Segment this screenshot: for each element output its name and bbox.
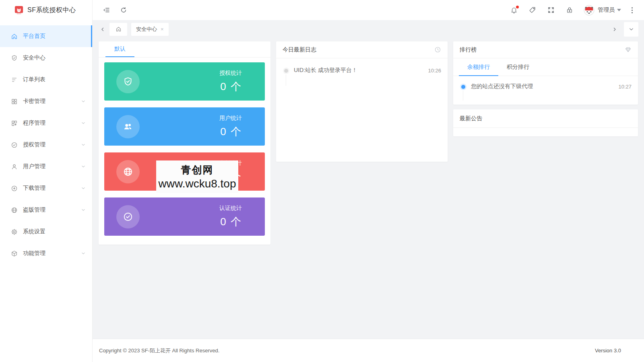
tab-security-center[interactable]: 安全中心 × — [131, 23, 169, 36]
sidebar-item-feature-mgmt[interactable]: 功能管理 — [0, 243, 92, 264]
rank-panel: 排行榜 余额排行 积分排行 您的站点还没有下级代理 10:27 — [453, 41, 638, 105]
more-options-button[interactable] — [629, 5, 635, 16]
sidebar-item-program-mgmt[interactable]: 程序管理 — [0, 112, 92, 134]
gear-icon — [11, 228, 18, 235]
globe-icon — [123, 167, 133, 177]
rank-entry-time: 10:27 — [614, 84, 632, 90]
stat-cards: 授权统计 0 个 用户统计 0 个 盗版统计 0 个 — [99, 58, 270, 236]
cube-icon — [11, 250, 18, 257]
diamond-icon — [625, 46, 632, 53]
sidebar-item-download-mgmt[interactable]: 下载管理 — [0, 177, 92, 199]
stats-tabs: 默认 — [99, 41, 270, 58]
tag-icon — [529, 6, 536, 14]
notifications-button[interactable] — [507, 3, 521, 17]
notice-panel: 最新公告 — [453, 109, 638, 136]
sidebar-item-user-mgmt[interactable]: 用户管理 — [0, 156, 92, 177]
check-circle-icon — [123, 212, 133, 222]
timeline-dot-icon — [461, 85, 465, 89]
top-header: 管理员 — [93, 0, 644, 20]
stat-card-certification[interactable]: 认证统计 0 个 — [104, 197, 265, 236]
sidebar-item-order-list[interactable]: 订单列表 — [0, 69, 92, 90]
sidebar-item-label: 订单列表 — [23, 76, 86, 83]
stat-label: 认证统计 — [219, 205, 242, 212]
sidebar-collapse-button[interactable] — [100, 3, 114, 17]
sidebar-item-label: 卡密管理 — [23, 98, 81, 105]
fullscreen-button[interactable] — [544, 3, 558, 17]
tab-label: 安全中心 — [136, 26, 157, 33]
components-icon — [11, 120, 18, 127]
users-icon — [123, 121, 133, 132]
sidebar-item-label: 平台首页 — [23, 33, 86, 40]
stat-card-users[interactable]: 用户统计 0 个 — [104, 107, 265, 146]
sidebar-item-card-key-mgmt[interactable]: 卡密管理 — [0, 90, 92, 112]
tabs-options-button[interactable] — [624, 22, 638, 37]
chevron-down-icon — [81, 208, 86, 212]
home-icon — [116, 26, 122, 32]
chevron-down-icon — [629, 27, 634, 32]
tabs-scroll-right-button[interactable] — [610, 23, 619, 35]
sidebar-item-security-center[interactable]: 安全中心 — [0, 47, 92, 69]
watermark-overlay: 青创网 www.wcku8.top — [156, 160, 238, 193]
rank-panel-title: 排行榜 — [460, 46, 477, 53]
lock-screen-button[interactable] — [563, 3, 576, 17]
log-panel-title: 今日最新日志 — [283, 46, 316, 53]
tab-default[interactable]: 默认 — [105, 41, 134, 57]
clock-icon — [434, 46, 441, 53]
stat-value: 0 个 — [219, 215, 242, 229]
sidebar-item-label: 功能管理 — [23, 250, 81, 257]
user-icon — [11, 163, 18, 170]
log-entry-time: 10:26 — [424, 68, 441, 74]
app-logo-icon — [14, 6, 23, 14]
lock-icon — [566, 6, 573, 14]
tab-balance-rank[interactable]: 余额排行 — [459, 58, 498, 76]
copyright-text: Copyright © 2023 SF-陌上花开 All Rights Rese… — [99, 347, 219, 354]
collapse-menu-icon — [103, 6, 110, 14]
chevron-down-icon — [81, 142, 86, 147]
sidebar-item-piracy-mgmt[interactable]: 盗版管理 — [0, 199, 92, 221]
app-title: SF系统授权中心 — [27, 6, 76, 14]
log-entry: UID:站长 成功登录平台！ 10:26 — [276, 58, 448, 74]
sidebar-item-label: 安全中心 — [23, 54, 86, 62]
tabs-scroll-left-button[interactable] — [98, 23, 107, 35]
tabbar-right-controls — [610, 22, 638, 37]
avatar[interactable] — [584, 5, 594, 16]
log-panel-header: 今日最新日志 — [276, 41, 448, 58]
admin-menu[interactable]: 管理员 — [598, 6, 621, 14]
log-panel: 今日最新日志 UID:站长 成功登录平台！ 10:26 — [276, 41, 448, 162]
sidebar-item-label: 用户管理 — [23, 163, 81, 170]
sidebar-item-label: 系统设置 — [23, 228, 86, 235]
timeline-dot-icon — [284, 69, 288, 73]
shield-check-icon — [123, 76, 133, 87]
tags-button[interactable] — [526, 3, 539, 17]
chevron-right-icon — [612, 27, 617, 32]
chevron-down-icon — [81, 99, 86, 104]
header-actions: 管理员 — [502, 3, 635, 17]
tabbar: 安全中心 × — [93, 20, 644, 38]
stat-label: 用户统计 — [219, 115, 242, 122]
notification-badge — [516, 6, 519, 8]
stat-card-authorization[interactable]: 授权统计 0 个 — [104, 62, 265, 101]
tab-points-rank[interactable]: 积分排行 — [498, 58, 538, 76]
shield-check-icon — [11, 55, 18, 62]
timeline-line — [286, 75, 286, 86]
notice-panel-title: 最新公告 — [460, 115, 482, 122]
stat-value: 0 个 — [219, 125, 242, 139]
refresh-button[interactable] — [117, 3, 130, 17]
sidebar-item-system-settings[interactable]: 系统设置 — [0, 221, 92, 243]
tab-close-icon[interactable]: × — [161, 27, 164, 32]
refresh-icon — [120, 6, 127, 14]
sidebar-item-platform-home[interactable]: 平台首页 — [0, 25, 92, 47]
stat-label: 授权统计 — [219, 70, 242, 77]
tab-home[interactable] — [109, 23, 127, 36]
sidebar-item-auth-mgmt[interactable]: 授权管理 — [0, 134, 92, 156]
chevron-down-icon — [81, 121, 86, 125]
rank-entry-text: 您的站点还没有下级代理 — [471, 83, 533, 90]
sidebar-item-label: 盗版管理 — [23, 206, 81, 214]
globe-icon — [11, 207, 18, 214]
timeline-line — [463, 91, 463, 101]
footer: Copyright © 2023 SF-陌上花开 All Rights Rese… — [93, 339, 644, 362]
app-logo[interactable]: SF系统授权中心 — [0, 0, 92, 20]
sidebar-item-label: 下载管理 — [23, 185, 81, 192]
stats-panel: 默认 授权统计 0 个 用户统计 0 个 盗版统计 — [99, 41, 270, 245]
admin-label: 管理员 — [598, 6, 615, 14]
